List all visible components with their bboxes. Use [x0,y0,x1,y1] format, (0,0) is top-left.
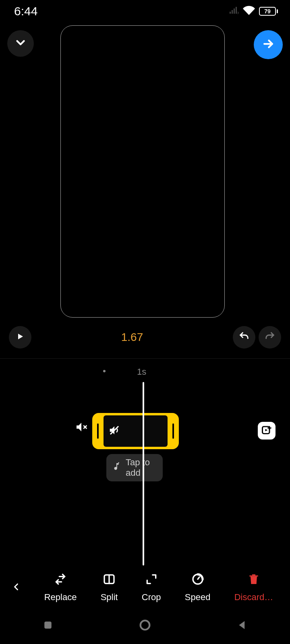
crop-button[interactable]: Crop [142,573,161,603]
ruler-dot [103,370,106,372]
trash-icon [247,573,260,588]
edit-toolbar: Replace Split Crop Speed Discard… [0,572,290,604]
status-bar: 6:44 x 79 [0,0,290,22]
undo-button[interactable] [233,326,255,349]
player-controls: 1.67 [0,326,290,349]
speaker-mute-icon [75,421,88,435]
undo-icon [238,331,250,344]
play-button[interactable] [9,326,31,349]
timeline[interactable]: 1s Tap to add [0,359,290,574]
svg-marker-7 [265,429,268,431]
replace-button[interactable]: Replace [44,573,77,603]
ruler-label: 1s [137,367,146,377]
signal-icon: x [229,7,239,16]
replace-icon [54,573,67,588]
playhead[interactable] [143,382,144,566]
svg-point-15 [141,621,150,630]
split-button[interactable]: Split [101,573,118,603]
music-note-icon [112,462,121,473]
nav-recent-button[interactable] [42,619,54,633]
svg-text:x: x [237,10,239,14]
speed-button[interactable]: Speed [185,573,211,603]
toolbar-back-button[interactable] [0,581,32,594]
next-button[interactable] [254,30,283,59]
current-time: 1.67 [31,331,233,344]
system-nav-bar [0,608,290,644]
redo-icon [264,331,276,344]
clip-muted-icon [108,424,120,438]
replace-label: Replace [44,592,77,603]
battery-icon: 79 [259,7,278,16]
add-clip-icon [261,424,272,437]
play-icon [15,332,25,343]
crop-icon [145,573,158,588]
clip-thumbnail[interactable] [104,415,168,447]
chevron-down-icon [14,36,27,51]
crop-label: Crop [142,592,161,603]
split-label: Split [101,592,118,603]
battery-level: 79 [259,7,276,16]
add-music-button[interactable]: Tap to add [106,454,163,481]
status-time: 6:44 [14,4,37,18]
svg-point-5 [118,462,119,463]
nav-home-button[interactable] [138,618,152,634]
svg-rect-14 [45,621,52,629]
clip-trim-right[interactable] [168,413,179,449]
wifi-icon [243,4,255,18]
speed-label: Speed [185,592,211,603]
mute-track-button[interactable] [75,421,88,435]
svg-line-13 [198,577,199,579]
close-button[interactable] [7,30,34,57]
status-icons: x 79 [229,4,278,18]
discard-label: Discard… [234,592,273,603]
chevron-left-icon [10,581,22,594]
music-label: Tap to add [126,457,163,478]
add-clip-button[interactable] [258,422,276,440]
split-icon [103,573,116,588]
discard-button[interactable]: Discard… [234,573,273,603]
redo-button[interactable] [259,326,281,349]
video-preview[interactable] [60,25,225,318]
video-clip[interactable] [92,413,179,449]
speed-icon [191,573,204,588]
clip-trim-left[interactable] [92,413,104,449]
nav-back-button[interactable] [236,619,248,633]
arrow-right-icon [261,37,275,52]
